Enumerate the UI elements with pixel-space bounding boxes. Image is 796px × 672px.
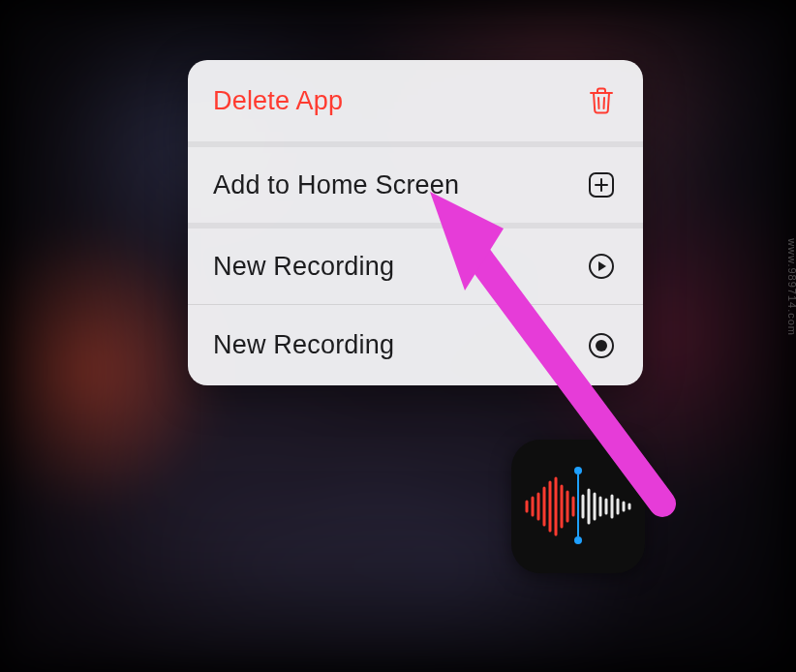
- trash-icon: [585, 84, 618, 117]
- new-recording-record-label: New Recording: [213, 330, 394, 360]
- add-to-home-screen-item[interactable]: Add to Home Screen: [188, 141, 643, 223]
- new-recording-play-label: New Recording: [213, 252, 394, 282]
- voice-memos-app-icon[interactable]: [511, 440, 645, 573]
- plus-square-icon: [585, 168, 618, 201]
- svg-point-7: [596, 340, 607, 351]
- waveform-icon: [511, 440, 645, 573]
- add-to-home-screen-label: Add to Home Screen: [213, 170, 459, 200]
- record-circle-icon: [585, 329, 618, 362]
- new-recording-record-item[interactable]: New Recording: [188, 304, 643, 385]
- svg-line-0: [598, 98, 599, 108]
- delete-app-label: Delete App: [213, 86, 343, 116]
- svg-point-10: [574, 536, 582, 544]
- delete-app-item[interactable]: Delete App: [188, 60, 643, 141]
- play-circle-icon: [585, 250, 618, 283]
- svg-point-8: [574, 467, 582, 474]
- context-menu: Delete App Add to Home Screen New Record…: [188, 60, 643, 385]
- new-recording-play-item[interactable]: New Recording: [188, 223, 643, 304]
- svg-line-1: [604, 98, 605, 108]
